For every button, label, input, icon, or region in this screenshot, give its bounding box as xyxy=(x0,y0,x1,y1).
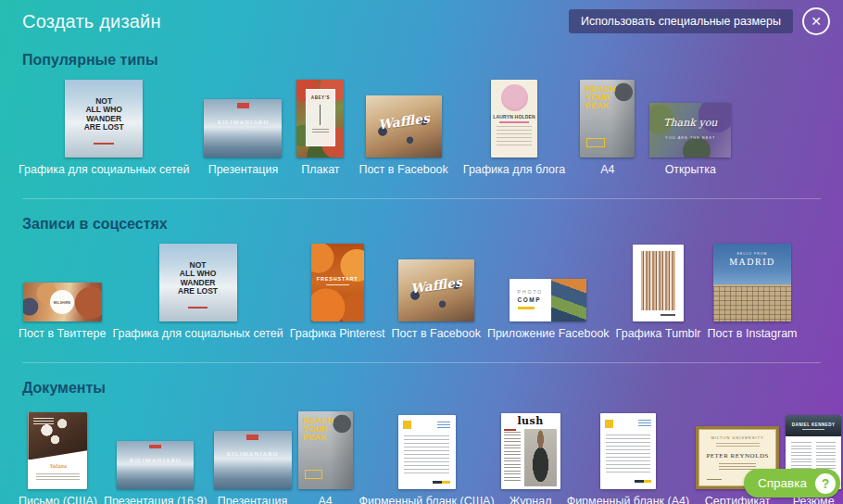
design-type-letter-us[interactable]: Yafana Письмо (США) xyxy=(19,412,97,504)
text-placeholder xyxy=(437,422,450,427)
help-label: Справка xyxy=(758,476,807,490)
section-title-documents: Документы xyxy=(22,380,843,397)
design-type-presentation-169[interactable]: KILIMANJARO Презентация (16:9) xyxy=(104,441,208,504)
thumb-text: LAURYN HOLDEN xyxy=(491,114,537,120)
thumb-text: REACH YOUR PEAK xyxy=(585,84,616,110)
help-button[interactable]: Справка ? xyxy=(744,469,840,498)
social-posts-row: WILSHIRE Пост в Твиттере NOT ALL WHO WAN… xyxy=(0,244,843,340)
thumb-text: Waffles xyxy=(366,108,442,133)
thumb-text: lush xyxy=(501,415,560,427)
thumb-text: REACH YOUR PEAK xyxy=(303,416,333,442)
design-type-label: Пост в Instagram xyxy=(707,327,797,340)
building-facade xyxy=(713,286,791,321)
template-thumbnail: WILSHIRE xyxy=(23,283,102,321)
design-type-label: Открытка xyxy=(665,163,716,176)
design-type-twitter-post[interactable]: WILSHIRE Пост в Твиттере xyxy=(19,283,106,340)
template-thumbnail: HELLO FROM MADRID xyxy=(713,244,791,321)
design-type-poster[interactable]: ABEY'S Плакат xyxy=(296,80,344,176)
design-type-label: Графика для блога xyxy=(463,163,565,176)
text-placeholder xyxy=(312,129,329,134)
template-thumbnail xyxy=(398,415,456,489)
popular-types-row: NOT ALL WHO WANDER ARE LOST Графика для … xyxy=(0,80,843,176)
thumb-text: KILIMANJARO xyxy=(117,457,194,463)
thumb-subtext: MILTON UNIVERSITY xyxy=(698,435,776,440)
documents-row: Yafana Письмо (США) KILIMANJARO Презента… xyxy=(0,411,843,504)
design-type-label: A4 xyxy=(318,495,332,504)
poster-frame: ABEY'S xyxy=(306,89,336,146)
question-mark-icon: ? xyxy=(815,473,836,494)
text-placeholder xyxy=(716,443,760,448)
close-icon[interactable]: ✕ xyxy=(802,7,830,35)
design-type-facebook-post[interactable]: Waffles Пост в Facebook xyxy=(392,259,481,340)
thumb-text: WILSHIRE xyxy=(54,300,71,304)
design-type-presentation[interactable]: KILIMANJARO Презентация xyxy=(204,99,282,176)
template-thumbnail: ABEY'S xyxy=(296,80,344,158)
modal-header: Создать дизайн Использовать специальные … xyxy=(0,0,843,35)
thumb-text: NOT ALL WHO WANDER ARE LOST xyxy=(159,261,237,296)
design-type-letterhead-a4[interactable]: Фирменный бланк (A4) xyxy=(567,413,690,504)
design-type-pinterest-graphic[interactable]: FRESHSTART Графика Pinterest xyxy=(290,244,385,340)
design-type-label: Презентация xyxy=(208,163,279,176)
text-placeholder xyxy=(504,432,521,484)
photo-area xyxy=(524,429,558,486)
template-thumbnail: Waffles xyxy=(398,259,474,321)
design-type-social-graphic[interactable]: NOT ALL WHO WANDER ARE LOST Графика для … xyxy=(19,80,189,176)
template-thumbnail: NOT ALL WHO WANDER ARE LOST xyxy=(159,244,237,321)
design-type-facebook-app[interactable]: PHOTO COMP Приложение Facebook xyxy=(487,279,610,340)
template-thumbnail: REACH YOUR PEAK xyxy=(298,411,353,489)
template-thumbnail: Yafana xyxy=(28,412,87,489)
design-type-social-graphic[interactable]: NOT ALL WHO WANDER ARE LOST Графика для … xyxy=(112,244,283,340)
custom-size-button[interactable]: Использовать специальные размеры xyxy=(569,9,793,33)
design-type-label: Пост в Facebook xyxy=(359,163,447,176)
design-type-label: Приложение Facebook xyxy=(487,327,610,340)
template-thumbnail: Waffles xyxy=(366,95,442,158)
design-type-postcard[interactable]: Thank you YOU ARE THE BEST Открытка xyxy=(649,103,731,176)
design-type-a4[interactable]: REACH YOUR PEAK A4 xyxy=(298,411,353,504)
text-placeholder xyxy=(638,420,650,426)
text-placeholder xyxy=(606,435,650,474)
design-type-tumblr-graphic[interactable]: Графика Tumblr xyxy=(616,245,701,340)
design-type-label: Графика Tumblr xyxy=(616,327,701,340)
text-placeholder xyxy=(33,418,54,425)
decorative-line xyxy=(802,429,824,430)
template-thumbnail: KILIMANJARO xyxy=(117,441,194,489)
template-thumbnail: lush xyxy=(501,413,560,489)
design-type-facebook-post[interactable]: Waffles Пост в Facebook xyxy=(359,95,447,176)
text-placeholder xyxy=(497,126,532,148)
design-type-label: Презентация xyxy=(218,495,288,504)
section-title-popular: Популярные типы xyxy=(22,52,843,69)
header-controls: Использовать специальные размеры ✕ xyxy=(569,7,830,35)
design-type-label: Пост в Facebook xyxy=(392,327,481,340)
section-title-social-posts: Записи в соцсестях xyxy=(22,216,843,233)
thumb-text: KILIMANJARO xyxy=(214,450,292,457)
design-type-instagram-post[interactable]: HELLO FROM MADRID Пост в Instagram xyxy=(707,244,797,340)
section-divider xyxy=(22,198,821,199)
design-type-label: Графика Pinterest xyxy=(290,327,385,340)
design-type-presentation[interactable]: KILIMANJARO Презентация xyxy=(214,431,292,504)
thumb-text: DANIEL KENNEDY xyxy=(786,422,841,427)
thumb-text: Yafana xyxy=(28,463,87,469)
section-divider xyxy=(22,362,821,363)
decorative-line xyxy=(499,121,529,123)
thumb-subtext: YOU ARE THE BEST xyxy=(649,135,731,140)
thumb-text: FRESHSTART xyxy=(311,276,364,282)
design-type-label: Фирменный бланк (США) xyxy=(359,495,495,504)
template-thumbnail: KILIMANJARO xyxy=(204,99,282,158)
design-type-magazine[interactable]: lush Журнал xyxy=(501,413,560,504)
thumb-text: Thank you xyxy=(649,117,731,129)
design-type-label: Журнал xyxy=(510,495,552,504)
design-type-a4[interactable]: REACH YOUR PEAK A4 xyxy=(580,80,635,176)
template-thumbnail: Thank you YOU ARE THE BEST xyxy=(649,103,731,158)
design-type-blog-graphic[interactable]: LAURYN HOLDEN Графика для блога xyxy=(463,80,565,176)
design-type-label: Презентация (16:9) xyxy=(104,495,208,504)
design-type-label: Плакат xyxy=(301,163,339,176)
thumb-text: KILIMANJARO xyxy=(204,119,282,125)
design-type-letterhead-us[interactable]: Фирменный бланк (США) xyxy=(359,415,495,504)
thumb-text: MADRID xyxy=(713,257,791,267)
thumb-text: Waffles xyxy=(398,272,474,297)
thumb-text: COMP xyxy=(518,296,542,303)
design-type-label: A4 xyxy=(600,163,614,176)
text-placeholder xyxy=(36,473,79,480)
design-type-label: Пост в Твиттере xyxy=(19,327,106,340)
design-type-label: Графика для социальных сетей xyxy=(112,327,283,340)
